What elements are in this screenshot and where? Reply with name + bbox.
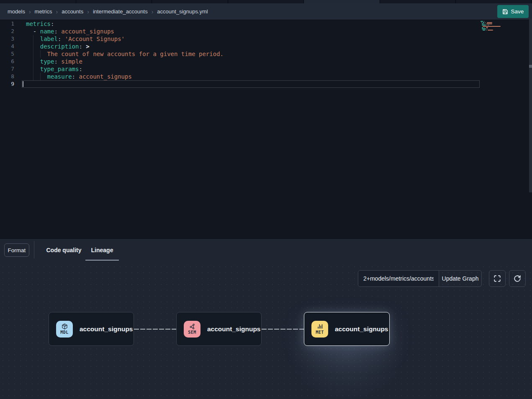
code-token: : xyxy=(51,20,54,27)
code-token xyxy=(26,51,47,57)
editor-minimap[interactable] xyxy=(481,21,522,32)
minimap-token xyxy=(485,23,485,24)
save-icon xyxy=(502,9,508,15)
code-line-6[interactable]: 6 type: simple xyxy=(0,58,532,65)
minimap-line xyxy=(481,21,522,22)
format-button[interactable]: Format xyxy=(4,243,29,257)
code-token: simple xyxy=(61,58,82,65)
top-tab-6[interactable] xyxy=(380,0,456,3)
node-type-badge: MDL xyxy=(56,321,73,338)
code-token: label xyxy=(40,36,58,42)
minimap-token xyxy=(483,22,484,23)
code-token: type xyxy=(40,58,54,65)
indent-guide xyxy=(33,43,33,50)
line-number: 9 xyxy=(0,80,22,88)
selector-input[interactable] xyxy=(358,271,439,286)
breadcrumb-chevron-icon: › xyxy=(29,8,31,15)
code-line-1[interactable]: 1metrics: xyxy=(0,20,532,28)
breadcrumb: models›metrics›accounts›intermediate_acc… xyxy=(8,8,208,15)
line-content: type: simple xyxy=(22,58,480,65)
top-tab-2[interactable] xyxy=(76,0,152,3)
minimap-token xyxy=(482,28,486,29)
breadcrumb-item[interactable]: accounts xyxy=(62,8,83,15)
code-line-3[interactable]: 3 label: 'Account Signups' xyxy=(0,35,532,43)
tab-lineage[interactable]: Lineage xyxy=(85,244,119,261)
code-token: account_signups xyxy=(79,73,131,80)
code-token: : xyxy=(54,28,57,35)
top-tab-5[interactable] xyxy=(304,0,380,3)
minimap-token xyxy=(484,27,485,28)
panel-divider xyxy=(34,241,34,258)
indent-guide xyxy=(33,65,33,73)
node-type-badge: MET xyxy=(311,321,328,338)
fullscreen-button[interactable] xyxy=(489,270,506,287)
code-line-9[interactable]: 9 xyxy=(0,80,532,88)
line-number: 6 xyxy=(0,58,22,65)
line-number: 1 xyxy=(0,20,22,28)
top-tab-1[interactable] xyxy=(0,0,76,3)
line-content xyxy=(22,80,480,88)
breadcrumb-chevron-icon: › xyxy=(87,8,89,15)
minimap-token xyxy=(483,26,501,27)
code-line-8[interactable]: 8 measure: account_signups xyxy=(0,73,532,80)
line-number: 5 xyxy=(0,50,22,58)
minimap-token xyxy=(487,25,487,26)
breadcrumb-item[interactable]: metrics xyxy=(35,8,52,15)
code-line-2[interactable]: 2 - name: account_signups xyxy=(0,28,532,35)
code-line-5[interactable]: 5 The count of new accounts for a given … xyxy=(0,50,532,58)
lineage-selector-group: Update Graph xyxy=(358,270,482,287)
indent-guide xyxy=(33,50,33,58)
lineage-node-sem[interactable]: SEMaccount_signups xyxy=(176,312,262,346)
tab-code-quality[interactable]: Code quality xyxy=(44,244,84,261)
code-editor[interactable]: 1metrics:2 - name: account_signups3 labe… xyxy=(0,20,532,238)
update-graph-button[interactable]: Update Graph xyxy=(439,271,481,286)
editor-scrollbar-handle[interactable] xyxy=(529,65,532,68)
top-tab-4[interactable] xyxy=(228,0,304,3)
minimap-token xyxy=(483,30,485,31)
text-cursor xyxy=(23,81,23,87)
line-number: 7 xyxy=(0,65,22,73)
code-token: - xyxy=(33,28,40,35)
code-token: : xyxy=(54,58,57,65)
minimap-line xyxy=(481,22,522,23)
minimap-token xyxy=(488,30,493,31)
lineage-node-met[interactable]: METaccount_signups xyxy=(304,312,390,346)
lineage-node-mdl[interactable]: MDLaccount_signups xyxy=(49,312,134,346)
minimap-line xyxy=(481,27,522,28)
line-number: 8 xyxy=(0,73,22,80)
node-label: account_signups xyxy=(207,325,260,333)
node-type-label: MDL xyxy=(60,330,69,335)
indent-guide xyxy=(33,35,33,43)
minimap-line xyxy=(481,28,522,29)
line-number: 2 xyxy=(0,28,22,35)
top-tab-3[interactable] xyxy=(152,0,228,3)
line-content: The count of new accounts for a given ti… xyxy=(22,50,480,58)
code-token: : xyxy=(72,73,75,80)
editor-scrollbar[interactable] xyxy=(529,18,532,192)
code-line-4[interactable]: 4 description: > xyxy=(0,43,532,50)
code-token: metrics xyxy=(26,20,51,27)
refresh-button[interactable] xyxy=(509,270,526,287)
code-token: 'Account Signups' xyxy=(65,36,125,42)
code-token xyxy=(61,36,64,42)
top-tab-7[interactable] xyxy=(456,0,532,3)
minimap-token xyxy=(486,27,488,28)
breadcrumb-item[interactable]: account_signups.yml xyxy=(157,8,208,15)
line-number: 3 xyxy=(0,35,22,43)
minimap-token xyxy=(481,21,483,22)
breadcrumb-chevron-icon: › xyxy=(56,8,58,15)
minimap-token xyxy=(482,23,483,24)
indent-guide xyxy=(33,58,33,65)
node-label: account_signups xyxy=(80,325,133,333)
code-token: account_signups xyxy=(61,28,114,35)
save-button[interactable]: Save xyxy=(497,5,529,18)
breadcrumb-bar: models›metrics›accounts›intermediate_acc… xyxy=(0,3,532,20)
line-content: metrics: xyxy=(22,20,480,28)
code-token: : xyxy=(79,66,82,72)
breadcrumb-item[interactable]: intermediate_accounts xyxy=(93,8,148,15)
breadcrumb-item[interactable]: models xyxy=(8,8,25,15)
minimap-token xyxy=(485,22,486,23)
line-number: 4 xyxy=(0,43,22,50)
code-line-7[interactable]: 7 type_params: xyxy=(0,65,532,73)
indent-guide xyxy=(33,73,33,80)
